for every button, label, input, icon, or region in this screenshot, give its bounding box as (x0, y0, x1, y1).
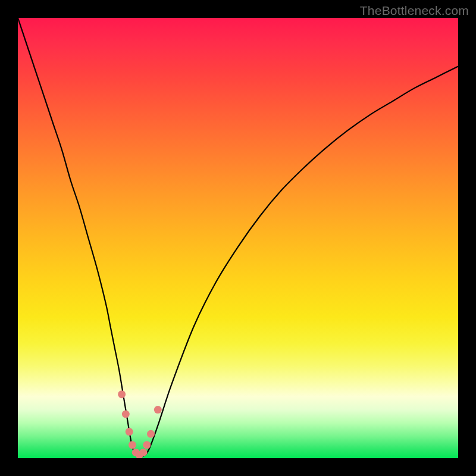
chart-frame: TheBottleneck.com (0, 0, 476, 476)
trough-dot (154, 406, 162, 414)
trough-dot (143, 441, 151, 449)
trough-dot (139, 449, 147, 456)
trough-dot (126, 428, 133, 436)
plot-area (18, 18, 458, 458)
watermark-text: TheBottleneck.com (360, 4, 469, 18)
chart-svg (18, 18, 458, 458)
trough-dot (118, 390, 126, 398)
bottleneck-curve (18, 18, 458, 457)
trough-dot (147, 430, 155, 438)
trough-dot (129, 441, 136, 449)
trough-dot (122, 411, 130, 418)
